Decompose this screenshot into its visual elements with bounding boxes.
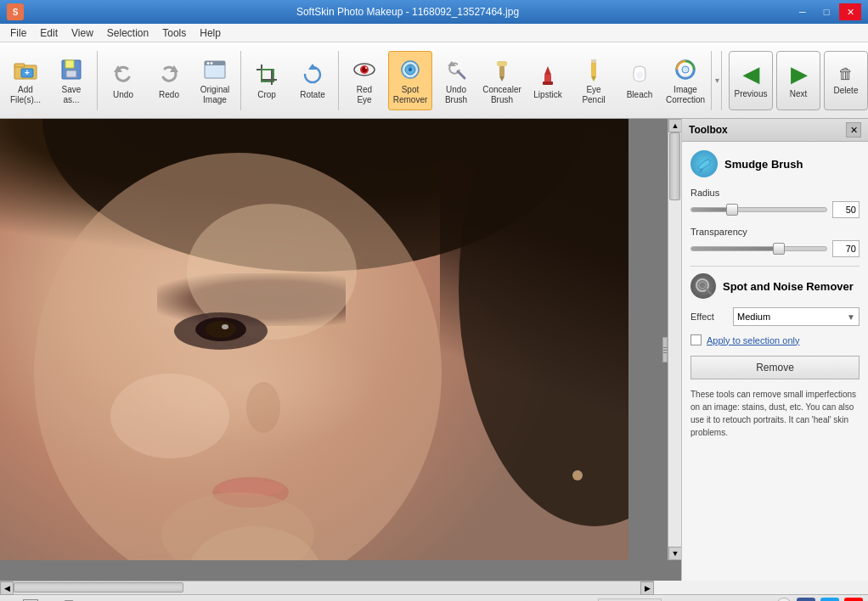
redo-label: Redo — [159, 90, 179, 100]
undo-label: Undo — [113, 90, 133, 100]
menu-selection[interactable]: Selection — [100, 25, 155, 41]
svg-rect-34 — [591, 59, 596, 63]
scroll-right-button[interactable]: ▶ — [640, 581, 654, 595]
zoom-minus-icon[interactable]: − — [51, 598, 58, 602]
lipstick-icon — [534, 61, 561, 88]
panel-divider[interactable] — [662, 337, 668, 362]
scroll-up-button[interactable]: ▲ — [668, 119, 681, 132]
save-as-button[interactable]: Saveas... — [49, 51, 93, 110]
close-button[interactable]: ✕ — [839, 3, 861, 20]
zoom-plus-icon[interactable]: + — [170, 598, 177, 602]
menu-edit[interactable]: Edit — [33, 25, 65, 41]
twitter-button[interactable]: t — [820, 598, 839, 602]
menu-view[interactable]: View — [65, 25, 100, 41]
radius-thumb[interactable] — [726, 204, 738, 216]
edit-group: Crop Rotate — [245, 51, 339, 110]
scroll-track[interactable] — [668, 132, 681, 547]
brush-header: Smudge Brush — [690, 150, 860, 177]
hair-side — [440, 119, 628, 428]
redo-icon — [155, 61, 183, 88]
apply-selection-label[interactable]: Apply to selection only — [707, 335, 799, 345]
transparency-fill — [691, 247, 779, 250]
effect-row: Effect Medium ▼ — [690, 307, 860, 326]
effect-select[interactable]: Medium ▼ — [733, 307, 860, 326]
concealer-brush-button[interactable]: ConcealerBrush — [480, 51, 524, 110]
toolbox-title: Toolbox — [689, 124, 728, 136]
minimize-button[interactable]: ─ — [792, 3, 814, 20]
checkbox-row: Apply to selection only — [690, 334, 860, 345]
toolbox-header: Toolbox ✕ — [682, 119, 868, 142]
youtube-button[interactable]: ▶ — [844, 598, 863, 602]
next-button[interactable]: ▶ Next — [776, 51, 820, 110]
previous-icon: ◀ — [743, 63, 758, 87]
facebook-button[interactable]: f — [797, 598, 815, 602]
red-eye-button[interactable]: RedEye — [342, 51, 386, 110]
maximize-button[interactable]: □ — [815, 3, 837, 20]
toolbox-close-button[interactable]: ✕ — [846, 122, 861, 138]
radius-slider[interactable] — [690, 207, 827, 212]
scroll-left-button[interactable]: ◀ — [0, 581, 14, 595]
radius-slider-row: 50 — [690, 201, 860, 218]
next-icon: ▶ — [791, 63, 806, 87]
transparency-value[interactable]: 70 — [832, 240, 860, 257]
toolbar-more-button[interactable]: ▾ — [715, 51, 719, 110]
add-files-button[interactable]: + AddFile(s)... — [3, 51, 48, 110]
h-scroll-thumb[interactable] — [14, 582, 183, 593]
photo-canvas[interactable] — [0, 119, 628, 560]
crop-button[interactable]: Crop — [245, 51, 289, 110]
remove-button[interactable]: Remove — [690, 356, 860, 379]
add-files-label: AddFile(s)... — [10, 85, 41, 105]
menu-file[interactable]: File — [3, 25, 33, 41]
bleach-button[interactable]: Bleach — [617, 51, 662, 110]
lipstick-button[interactable]: Lipstick — [526, 51, 570, 110]
image-correction-icon — [672, 56, 699, 83]
crop-icon — [253, 61, 280, 88]
menu-tools[interactable]: Tools — [155, 25, 193, 41]
previous-button[interactable]: ◀ Previous — [729, 51, 773, 110]
menu-help[interactable]: Help — [193, 25, 228, 41]
transparency-thumb[interactable] — [773, 243, 785, 255]
apply-selection-checkbox[interactable] — [690, 334, 702, 345]
bleach-label: Bleach — [627, 90, 653, 100]
undo-brush-button[interactable]: UndoBrush — [434, 51, 478, 110]
svg-text:+: + — [25, 68, 30, 77]
radius-label: Radius — [690, 188, 860, 198]
info-text: These tools can remove small imperfectio… — [690, 388, 860, 439]
eye-pencil-button[interactable]: EyePencil — [572, 51, 616, 110]
undo-button[interactable]: Undo — [101, 51, 145, 110]
rotate-label: Rotate — [300, 90, 324, 100]
red-eye-label: RedEye — [357, 85, 372, 105]
effect-label: Effect — [690, 312, 724, 322]
save-icon — [58, 56, 85, 83]
toolbar: + AddFile(s)... Saveas... Undo Redo — [0, 42, 868, 119]
radius-value[interactable]: 50 — [832, 201, 860, 218]
redo-button[interactable]: Redo — [147, 51, 191, 110]
undo-brush-label: UndoBrush — [445, 85, 467, 105]
main-area: ▲ ▼ Toolbox ✕ Smudge Brush R — [0, 119, 868, 581]
next-label: Next — [790, 89, 808, 98]
titlebar: S SoftSkin Photo Makeup - 1168092_135274… — [0, 0, 868, 24]
red-eye-icon — [351, 56, 378, 83]
rotate-button[interactable]: Rotate — [290, 51, 335, 110]
h-scroll-track[interactable] — [14, 581, 640, 594]
svg-point-22 — [365, 67, 367, 69]
delete-button[interactable]: 🗑 Delete — [824, 51, 868, 110]
spot-remover-button[interactable]: SpotRemover — [388, 51, 432, 110]
transparency-slider[interactable] — [690, 246, 827, 251]
scroll-thumb[interactable] — [669, 132, 680, 200]
scroll-down-button[interactable]: ▼ — [668, 547, 681, 560]
canvas-area[interactable]: ▲ ▼ — [0, 119, 681, 581]
effects-group: RedEye SpotRemover UndoBrush ConcealerBr… — [342, 51, 712, 110]
eye-pencil-icon — [580, 56, 607, 83]
undo-icon — [110, 61, 137, 88]
snr-icon — [690, 273, 716, 299]
section-divider-1 — [690, 266, 860, 267]
image-correction-button[interactable]: ImageCorrection — [663, 51, 707, 110]
original-image-button[interactable]: OriginalImage — [193, 51, 237, 110]
toolbox-content: Smudge Brush Radius 50 Transparency 70 — [682, 142, 868, 581]
bottom-area: ◀ ▶ — [0, 581, 868, 594]
info-button[interactable]: i — [776, 598, 792, 602]
horizontal-scrollbar: ◀ ▶ — [0, 581, 654, 594]
svg-rect-5 — [65, 60, 74, 68]
file-group: + AddFile(s)... Saveas... — [3, 51, 98, 110]
